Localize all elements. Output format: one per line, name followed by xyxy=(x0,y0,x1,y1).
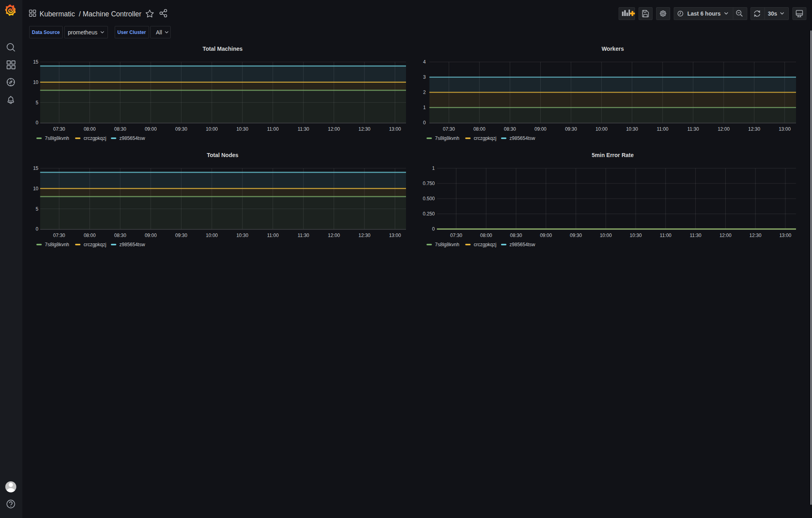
svg-text:09:00: 09:00 xyxy=(534,126,546,132)
svg-text:11:30: 11:30 xyxy=(298,126,309,132)
svg-text:11:00: 11:00 xyxy=(657,126,669,132)
svg-text:10:00: 10:00 xyxy=(595,126,607,132)
svg-text:09:30: 09:30 xyxy=(175,126,187,132)
svg-text:0.750: 0.750 xyxy=(423,181,435,186)
svg-text:4: 4 xyxy=(423,59,426,65)
svg-text:11:00: 11:00 xyxy=(267,233,279,238)
svg-text:0: 0 xyxy=(423,120,426,126)
svg-text:crczgpkqzj: crczgpkqzj xyxy=(474,135,497,141)
svg-text:5: 5 xyxy=(36,100,38,106)
svg-text:08:00: 08:00 xyxy=(84,233,96,238)
svg-text:15: 15 xyxy=(33,59,39,65)
svg-text:1: 1 xyxy=(432,165,435,171)
svg-text:0: 0 xyxy=(432,226,435,232)
svg-text:12:00: 12:00 xyxy=(328,126,340,132)
svg-text:08:00: 08:00 xyxy=(474,126,486,132)
svg-text:11:30: 11:30 xyxy=(687,126,699,132)
svg-text:12:30: 12:30 xyxy=(749,233,761,238)
svg-text:09:00: 09:00 xyxy=(540,233,552,238)
svg-text:0: 0 xyxy=(36,226,38,232)
svg-text:7s8lg8kvnh: 7s8lg8kvnh xyxy=(45,135,69,141)
svg-text:09:30: 09:30 xyxy=(570,233,582,238)
svg-text:7s8lg8kvnh: 7s8lg8kvnh xyxy=(45,242,69,247)
svg-text:09:30: 09:30 xyxy=(175,233,187,238)
svg-text:12:00: 12:00 xyxy=(328,233,340,238)
svg-text:10:00: 10:00 xyxy=(206,233,218,238)
svg-text:07:30: 07:30 xyxy=(443,126,455,132)
svg-text:13:00: 13:00 xyxy=(779,126,791,132)
svg-text:12:00: 12:00 xyxy=(718,126,730,132)
svg-text:2: 2 xyxy=(423,90,426,95)
svg-text:crczgpkqzj: crczgpkqzj xyxy=(84,242,106,247)
svg-text:12:30: 12:30 xyxy=(358,233,370,238)
svg-text:09:00: 09:00 xyxy=(145,126,157,132)
svg-text:13:00: 13:00 xyxy=(389,233,401,238)
svg-text:5: 5 xyxy=(36,206,38,212)
svg-text:09:00: 09:00 xyxy=(145,233,157,238)
svg-text:13:00: 13:00 xyxy=(779,233,791,238)
svg-text:08:30: 08:30 xyxy=(504,126,516,132)
svg-text:07:30: 07:30 xyxy=(53,126,65,132)
svg-text:10:30: 10:30 xyxy=(630,233,642,238)
svg-text:15: 15 xyxy=(33,165,39,171)
svg-text:08:00: 08:00 xyxy=(480,233,492,238)
svg-text:07:30: 07:30 xyxy=(53,233,65,238)
svg-text:08:00: 08:00 xyxy=(84,126,96,132)
svg-text:5min Error Rate: 5min Error Rate xyxy=(592,152,634,158)
svg-text:08:30: 08:30 xyxy=(114,126,126,132)
svg-text:0.250: 0.250 xyxy=(423,211,435,217)
svg-text:crczgpkqzj: crczgpkqzj xyxy=(474,242,497,247)
svg-text:10:00: 10:00 xyxy=(600,233,612,238)
svg-text:crczgpkqzj: crczgpkqzj xyxy=(84,135,106,141)
svg-text:1: 1 xyxy=(423,105,426,110)
svg-text:0.500: 0.500 xyxy=(423,196,435,201)
svg-text:z985654tsw: z985654tsw xyxy=(119,242,145,247)
svg-text:10:30: 10:30 xyxy=(626,126,638,132)
svg-text:11:00: 11:00 xyxy=(267,126,279,132)
svg-text:10: 10 xyxy=(33,186,39,191)
svg-text:z985654tsw: z985654tsw xyxy=(509,242,535,247)
svg-text:7s8lg8kvnh: 7s8lg8kvnh xyxy=(435,242,460,247)
svg-text:11:30: 11:30 xyxy=(298,233,309,238)
svg-text:10:00: 10:00 xyxy=(206,126,218,132)
svg-text:z985654tsw: z985654tsw xyxy=(119,135,145,141)
svg-text:0: 0 xyxy=(36,120,38,126)
svg-text:08:30: 08:30 xyxy=(510,233,522,238)
svg-text:z985654tsw: z985654tsw xyxy=(509,135,535,141)
svg-text:7s8lg8kvnh: 7s8lg8kvnh xyxy=(435,135,460,141)
svg-text:07:30: 07:30 xyxy=(450,233,462,238)
svg-text:12:30: 12:30 xyxy=(358,126,370,132)
svg-text:10:30: 10:30 xyxy=(236,233,248,238)
svg-text:10: 10 xyxy=(33,80,39,85)
svg-text:08:30: 08:30 xyxy=(114,233,126,238)
svg-text:3: 3 xyxy=(423,74,426,80)
svg-text:12:00: 12:00 xyxy=(719,233,731,238)
svg-text:13:00: 13:00 xyxy=(389,126,401,132)
svg-text:09:30: 09:30 xyxy=(565,126,577,132)
svg-text:11:30: 11:30 xyxy=(690,233,701,238)
svg-text:11:00: 11:00 xyxy=(660,233,671,238)
svg-text:12:30: 12:30 xyxy=(748,126,760,132)
svg-text:10:30: 10:30 xyxy=(236,126,248,132)
svg-text:Total Nodes: Total Nodes xyxy=(207,152,238,158)
